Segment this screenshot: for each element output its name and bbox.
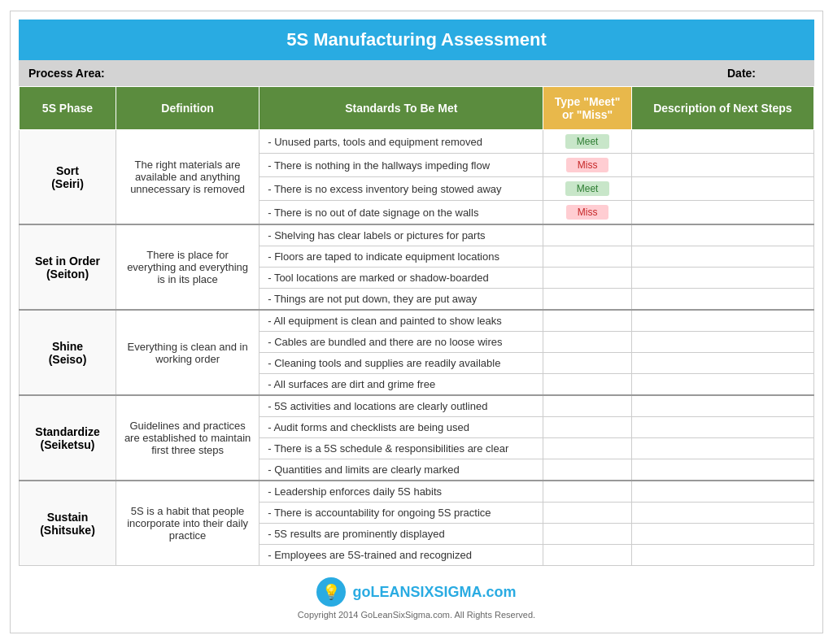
type-cell[interactable] bbox=[543, 417, 631, 438]
phase-cell: Set in Order (Seiton) bbox=[20, 224, 116, 310]
type-cell[interactable] bbox=[543, 246, 631, 268]
standards-cell: - There is no out of date signage on the… bbox=[259, 201, 543, 225]
page-wrapper: 5S Manufacturing Assessment Process Area… bbox=[10, 11, 823, 633]
meet-badge: Meet bbox=[565, 134, 610, 149]
header-type: Type "Meet" or "Miss" bbox=[543, 87, 631, 130]
miss-badge: Miss bbox=[566, 205, 609, 220]
type-cell[interactable] bbox=[543, 353, 631, 374]
type-cell[interactable]: Miss bbox=[543, 154, 631, 177]
phase-cell: Sustain (Shitsuke) bbox=[20, 481, 116, 566]
meet-badge: Meet bbox=[565, 181, 610, 196]
table-row: Sort (Seiri)The right materials are avai… bbox=[20, 130, 814, 154]
phase-cell: Standardize (Seiketsu) bbox=[20, 395, 116, 481]
standards-cell: - Quantities and limits are clearly mark… bbox=[259, 459, 543, 481]
standards-cell: - Tool locations are marked or shadow-bo… bbox=[259, 268, 543, 289]
assessment-table: 5S Phase Definition Standards To Be Met … bbox=[19, 86, 814, 566]
standards-cell: - Shelving has clear labels or pictures … bbox=[259, 224, 543, 246]
type-cell[interactable] bbox=[543, 438, 631, 459]
miss-badge: Miss bbox=[566, 158, 609, 172]
standards-cell: - Employees are 5S-trained and recognize… bbox=[259, 545, 543, 566]
meta-row: Process Area: Date: bbox=[19, 60, 814, 86]
next-steps-cell[interactable] bbox=[631, 438, 813, 459]
logo-go: go bbox=[352, 584, 370, 600]
logo-com: .com bbox=[482, 584, 517, 600]
standards-cell: - All equipment is clean and painted to … bbox=[259, 310, 543, 332]
next-steps-cell[interactable] bbox=[631, 332, 813, 353]
type-cell[interactable]: Miss bbox=[543, 201, 631, 225]
definition-cell: Everything is clean and in working order bbox=[116, 310, 259, 395]
table-row: Standardize (Seiketsu)Guidelines and pra… bbox=[20, 395, 814, 417]
next-steps-cell[interactable] bbox=[631, 503, 813, 524]
standards-cell: - 5S results are prominently displayed bbox=[259, 524, 543, 545]
standards-cell: - Things are not put down, they are put … bbox=[259, 289, 543, 311]
type-cell[interactable] bbox=[543, 395, 631, 417]
phase-cell: Shine (Seiso) bbox=[20, 310, 116, 395]
next-steps-cell[interactable] bbox=[631, 417, 813, 438]
logo-icon: 💡 bbox=[316, 577, 346, 607]
definition-cell: Guidelines and practices are established… bbox=[116, 395, 259, 481]
type-cell[interactable] bbox=[543, 289, 631, 311]
standards-cell: - There is accountability for ongoing 5S… bbox=[259, 503, 543, 524]
next-steps-cell[interactable] bbox=[631, 268, 813, 289]
next-steps-cell[interactable] bbox=[631, 310, 813, 332]
next-steps-cell[interactable] bbox=[631, 246, 813, 268]
next-steps-cell[interactable] bbox=[631, 353, 813, 374]
standards-cell: - There is no excess inventory being sto… bbox=[259, 177, 543, 201]
process-area-label: Process Area: bbox=[28, 67, 126, 80]
type-cell[interactable] bbox=[543, 332, 631, 353]
type-cell[interactable] bbox=[543, 268, 631, 289]
type-cell[interactable] bbox=[543, 503, 631, 524]
type-cell[interactable] bbox=[543, 310, 631, 332]
definition-cell: The right materials are available and an… bbox=[116, 130, 259, 225]
standards-cell: - Cables are bundled and there are no lo… bbox=[259, 332, 543, 353]
logo-text: goLEANSIXSIGMA.com bbox=[352, 584, 516, 601]
next-steps-cell[interactable] bbox=[631, 201, 813, 225]
logo-lean: LEANSIXSIGMA bbox=[370, 584, 482, 600]
footer-copyright: Copyright 2014 GoLeanSixSigma.com. All R… bbox=[19, 610, 814, 620]
type-cell[interactable]: Meet bbox=[543, 130, 631, 154]
type-cell[interactable] bbox=[543, 524, 631, 545]
table-row: Sustain (Shitsuke)5S is a habit that peo… bbox=[20, 481, 814, 503]
main-title: 5S Manufacturing Assessment bbox=[19, 20, 814, 60]
next-steps-cell[interactable] bbox=[631, 395, 813, 417]
next-steps-cell[interactable] bbox=[631, 130, 813, 154]
table-row: Set in Order (Seiton)There is place for … bbox=[20, 224, 814, 246]
next-steps-cell[interactable] bbox=[631, 374, 813, 396]
standards-cell: - All surfaces are dirt and grime free bbox=[259, 374, 543, 396]
footer: 💡 goLEANSIXSIGMA.com Copyright 2014 GoLe… bbox=[19, 566, 814, 624]
type-cell[interactable]: Meet bbox=[543, 177, 631, 201]
type-cell[interactable] bbox=[543, 545, 631, 566]
next-steps-cell[interactable] bbox=[631, 289, 813, 311]
type-cell[interactable] bbox=[543, 481, 631, 503]
standards-cell: - There is a 5S schedule & responsibilit… bbox=[259, 438, 543, 459]
definition-cell: There is place for everything and everyt… bbox=[116, 224, 259, 310]
standards-cell: - Floors are taped to indicate equipment… bbox=[259, 246, 543, 268]
header-next-steps: Description of Next Steps bbox=[631, 87, 813, 130]
definition-cell: 5S is a habit that people incorporate in… bbox=[116, 481, 259, 566]
next-steps-cell[interactable] bbox=[631, 524, 813, 545]
type-cell[interactable] bbox=[543, 374, 631, 396]
standards-cell: - 5S activities and locations are clearl… bbox=[259, 395, 543, 417]
next-steps-cell[interactable] bbox=[631, 224, 813, 246]
next-steps-cell[interactable] bbox=[631, 177, 813, 201]
standards-cell: - Cleaning tools and supplies are readil… bbox=[259, 353, 543, 374]
type-cell[interactable] bbox=[543, 459, 631, 481]
standards-cell: - Unused parts, tools and equipment remo… bbox=[259, 130, 543, 154]
standards-cell: - Leadership enforces daily 5S habits bbox=[259, 481, 543, 503]
type-cell[interactable] bbox=[543, 224, 631, 246]
header-definition: Definition bbox=[116, 87, 259, 130]
standards-cell: - Audit forms and checklists are being u… bbox=[259, 417, 543, 438]
next-steps-cell[interactable] bbox=[631, 459, 813, 481]
phase-cell: Sort (Seiri) bbox=[20, 130, 116, 225]
table-header-row: 5S Phase Definition Standards To Be Met … bbox=[20, 87, 814, 130]
standards-cell: - There is nothing in the hallways imped… bbox=[259, 154, 543, 177]
footer-logo: 💡 goLEANSIXSIGMA.com bbox=[19, 577, 814, 607]
table-row: Shine (Seiso)Everything is clean and in … bbox=[20, 310, 814, 332]
next-steps-cell[interactable] bbox=[631, 545, 813, 566]
next-steps-cell[interactable] bbox=[631, 481, 813, 503]
header-phase: 5S Phase bbox=[20, 87, 116, 130]
header-standards: Standards To Be Met bbox=[259, 87, 543, 130]
next-steps-cell[interactable] bbox=[631, 154, 813, 177]
date-label: Date: bbox=[727, 67, 756, 80]
